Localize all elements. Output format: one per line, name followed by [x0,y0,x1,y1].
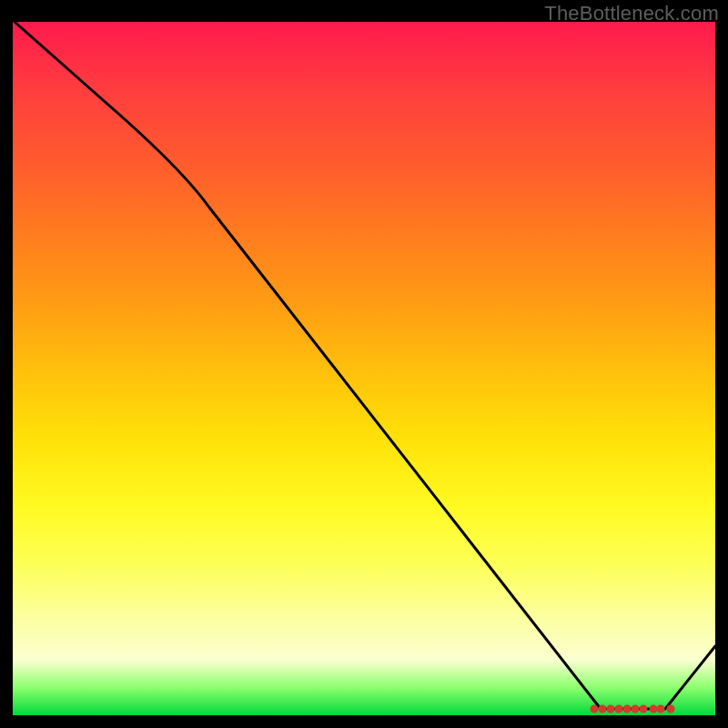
plot-gradient-area [13,22,715,715]
watermark-text: TheBottleneck.com [544,2,719,25]
chart-stage: TheBottleneck.com [0,0,728,728]
